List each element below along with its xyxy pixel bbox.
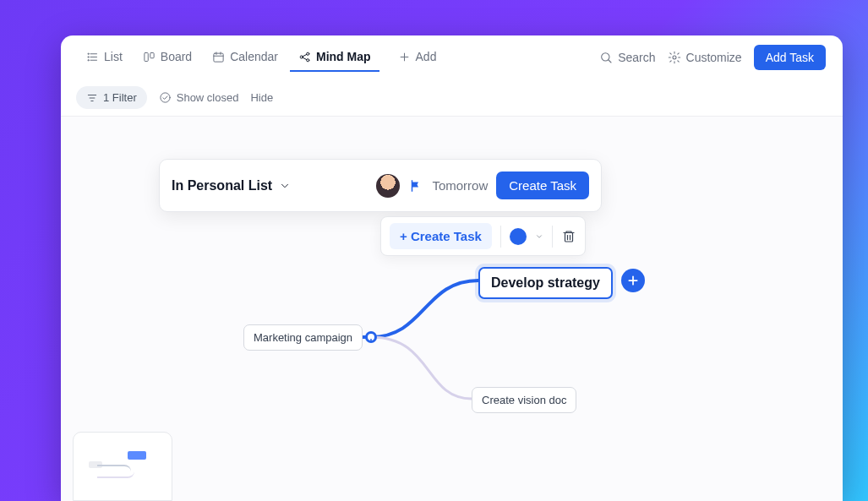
customize-button[interactable]: Customize [668, 51, 742, 64]
node-junction[interactable] [365, 331, 377, 343]
search-icon [599, 51, 613, 64]
tab-list[interactable]: List [78, 43, 131, 72]
chevron-down-icon [279, 180, 291, 192]
svg-point-23 [161, 93, 170, 102]
svg-point-19 [673, 56, 676, 59]
plus-icon [398, 51, 411, 63]
chevron-down-icon[interactable] [535, 232, 543, 241]
filter-icon [86, 92, 98, 104]
tab-label: Add [416, 50, 437, 63]
svg-point-14 [307, 58, 309, 61]
tab-add-view[interactable]: Add [390, 43, 445, 72]
filter-bar: 1 Filter Show closed Hide [61, 79, 843, 117]
tab-label: Board [161, 50, 192, 63]
tab-label: List [104, 50, 123, 63]
create-task-button[interactable]: Create Task [496, 172, 589, 199]
tab-label: Calendar [230, 50, 278, 63]
view-tabs: List Board Calendar Mind Map Add [78, 43, 445, 72]
due-date-label[interactable]: Tomorrow [432, 178, 488, 193]
svg-point-5 [88, 59, 89, 60]
show-closed-toggle[interactable]: Show closed [159, 91, 239, 104]
divider [552, 226, 553, 248]
search-button[interactable]: Search [599, 51, 655, 64]
svg-point-13 [307, 52, 309, 55]
minimap[interactable] [73, 432, 172, 501]
svg-point-4 [88, 56, 89, 57]
gear-icon [668, 51, 681, 64]
node-develop-strategy[interactable]: Develop strategy [478, 267, 613, 299]
create-task-chip[interactable]: + Create Task [390, 223, 492, 249]
customize-label: Customize [686, 51, 742, 64]
hide-button[interactable]: Hide [250, 91, 273, 104]
node-label: Marketing campaign [254, 331, 352, 344]
app-window: List Board Calendar Mind Map Add [61, 35, 843, 501]
node-label: Create vision doc [482, 394, 566, 406]
show-closed-label: Show closed [177, 91, 239, 104]
list-selector[interactable]: In Personal List [172, 178, 291, 193]
tab-calendar[interactable]: Calendar [204, 43, 287, 72]
minimap-edge [97, 466, 134, 478]
node-root[interactable]: Marketing campaign [243, 324, 363, 351]
list-icon [86, 51, 99, 63]
check-circle-icon [159, 91, 172, 104]
svg-line-18 [609, 60, 611, 63]
view-tabs-row: List Board Calendar Mind Map Add [61, 35, 843, 79]
mindmap-icon [298, 51, 311, 63]
node-label: Develop strategy [491, 275, 600, 290]
add-task-button[interactable]: Add Task [754, 45, 826, 70]
assignee-avatar[interactable] [376, 174, 400, 198]
create-task-label: Create Task [509, 178, 576, 193]
svg-point-3 [88, 53, 89, 54]
filter-count-label: 1 Filter [103, 91, 137, 104]
svg-rect-8 [214, 53, 223, 62]
svg-rect-7 [150, 52, 154, 57]
list-label-text: In Personal List [172, 178, 272, 193]
plus-icon [627, 275, 639, 286]
hide-label: Hide [250, 91, 273, 104]
new-task-card: In Personal List Tomorrow Create Task [159, 159, 602, 212]
tab-board[interactable]: Board [134, 43, 200, 72]
svg-point-12 [300, 55, 303, 57]
svg-rect-25 [565, 232, 572, 242]
add-task-label: Add Task [766, 51, 814, 64]
search-label: Search [618, 51, 655, 64]
trash-icon[interactable] [561, 229, 576, 244]
priority-flag-icon[interactable] [408, 178, 423, 193]
divider [500, 226, 501, 248]
tab-label: Mind Map [316, 50, 371, 63]
add-child-node-button[interactable] [621, 269, 645, 292]
node-color-picker[interactable] [510, 228, 527, 245]
create-chip-label: + Create Task [400, 229, 482, 243]
calendar-icon [212, 51, 225, 63]
board-icon [143, 51, 156, 63]
node-create-vision-doc[interactable]: Create vision doc [472, 387, 576, 413]
tab-mind-map[interactable]: Mind Map [290, 43, 379, 72]
svg-rect-6 [145, 52, 148, 61]
minimap-selected-node [128, 451, 146, 460]
mindmap-canvas[interactable]: In Personal List Tomorrow Create Task + … [61, 117, 843, 501]
filter-count-pill[interactable]: 1 Filter [76, 86, 147, 109]
view-tools: Search Customize Add Task [599, 45, 826, 70]
node-toolbar: + Create Task [380, 216, 586, 256]
svg-point-17 [602, 53, 609, 61]
